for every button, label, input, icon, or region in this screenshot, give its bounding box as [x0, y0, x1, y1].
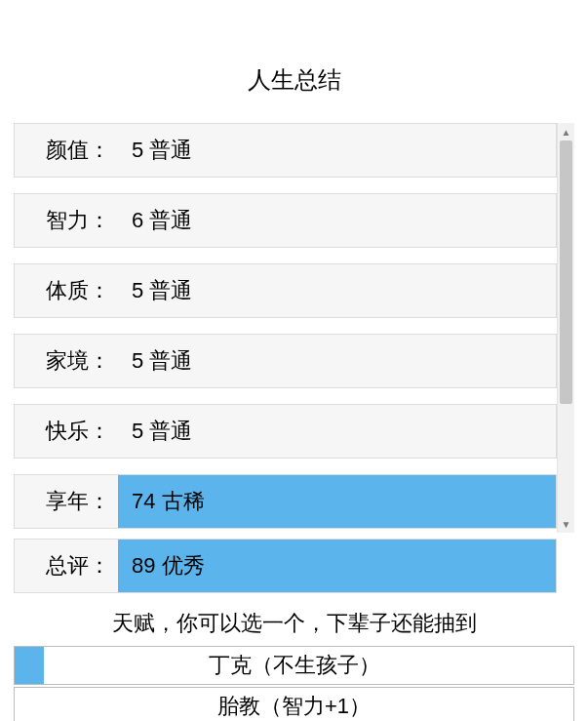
stat-row-appearance: 颜值： 5 普通 [14, 123, 557, 178]
stat-label: 智力： [15, 194, 118, 247]
stat-value: 5 普通 [118, 264, 556, 317]
stat-label: 体质： [15, 264, 118, 317]
talent-label: 丁克（不生孩子） [209, 651, 380, 680]
talent-option-dink[interactable]: 丁克（不生孩子） [14, 646, 574, 685]
stat-value: 6 普通 [118, 194, 556, 247]
stat-row-overall: 总评： 89 优秀 [14, 539, 557, 593]
scroll-thumb[interactable] [560, 140, 572, 404]
stat-row-happiness: 快乐： 5 普通 [14, 404, 557, 459]
talent-option-prenatal[interactable]: 胎教（智力+1） [14, 687, 574, 721]
selection-indicator [15, 647, 44, 684]
scroll-up-icon[interactable]: ▲ [558, 123, 574, 140]
stat-label: 家境： [15, 335, 118, 387]
stat-label: 总评： [15, 540, 118, 592]
stat-row-age: 享年： 74 古稀 [14, 474, 557, 529]
page-title: 人生总结 [14, 64, 574, 96]
stat-value: 5 普通 [118, 124, 556, 177]
stat-label: 颜值： [15, 124, 118, 177]
stat-value: 5 普通 [118, 405, 556, 458]
scrollbar[interactable]: ▲ ▼ [557, 123, 574, 533]
stat-value: 74 古稀 [118, 475, 556, 528]
scroll-down-icon[interactable]: ▼ [558, 515, 574, 533]
stat-row-constitution: 体质： 5 普通 [14, 263, 557, 318]
stat-label: 享年： [15, 475, 118, 528]
stat-value: 89 优秀 [118, 540, 556, 592]
stats-panel: 颜值： 5 普通 智力： 6 普通 体质： 5 普通 家境： 5 普通 快乐： … [14, 123, 574, 593]
stat-label: 快乐： [15, 405, 118, 458]
stat-value: 5 普通 [118, 335, 556, 387]
stat-row-intelligence: 智力： 6 普通 [14, 193, 557, 248]
talent-label: 胎教（智力+1） [217, 692, 371, 721]
talent-hint: 天赋，你可以选一个，下辈子还能抽到 [14, 609, 574, 638]
stat-row-family: 家境： 5 普通 [14, 334, 557, 388]
